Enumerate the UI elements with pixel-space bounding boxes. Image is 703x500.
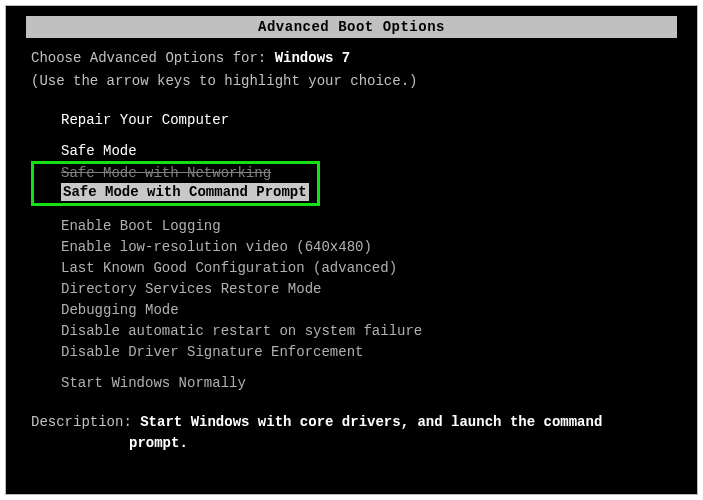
title-bar: Advanced Boot Options [26, 16, 677, 38]
option-repair[interactable]: Repair Your Computer [61, 110, 672, 131]
option-safe-mode-cmd-selected[interactable]: Safe Mode with Command Prompt [61, 183, 309, 201]
option-no-sig-enforce[interactable]: Disable Driver Signature Enforcement [61, 342, 672, 363]
option-boot-logging[interactable]: Enable Boot Logging [61, 216, 672, 237]
description-label: Description: [31, 414, 140, 430]
description-text-line1: Start Windows with core drivers, and lau… [140, 414, 602, 430]
option-start-normally[interactable]: Start Windows Normally [61, 373, 672, 394]
instruction-prefix: Choose Advanced Options for: [31, 50, 275, 66]
option-last-known[interactable]: Last Known Good Configuration (advanced) [61, 258, 672, 279]
option-dsrm[interactable]: Directory Services Restore Mode [61, 279, 672, 300]
option-safe-mode[interactable]: Safe Mode [61, 141, 672, 162]
highlight-annotation: Safe Mode with Networking Safe Mode with… [31, 161, 320, 206]
options-list: Repair Your Computer Safe Mode Safe Mode… [61, 110, 672, 394]
boot-screen: Advanced Boot Options Choose Advanced Op… [5, 5, 698, 495]
description-block: Description: Start Windows with core dri… [31, 412, 672, 454]
description-text-line2: prompt. [129, 433, 672, 454]
option-debugging[interactable]: Debugging Mode [61, 300, 672, 321]
option-low-res[interactable]: Enable low-resolution video (640x480) [61, 237, 672, 258]
content-area: Choose Advanced Options for: Windows 7 (… [6, 38, 697, 464]
os-name: Windows 7 [275, 50, 351, 66]
option-safe-mode-networking[interactable]: Safe Mode with Networking [61, 164, 309, 182]
instruction-line-1: Choose Advanced Options for: Windows 7 [31, 48, 672, 69]
option-no-auto-restart[interactable]: Disable automatic restart on system fail… [61, 321, 672, 342]
instruction-line-2: (Use the arrow keys to highlight your ch… [31, 71, 672, 92]
